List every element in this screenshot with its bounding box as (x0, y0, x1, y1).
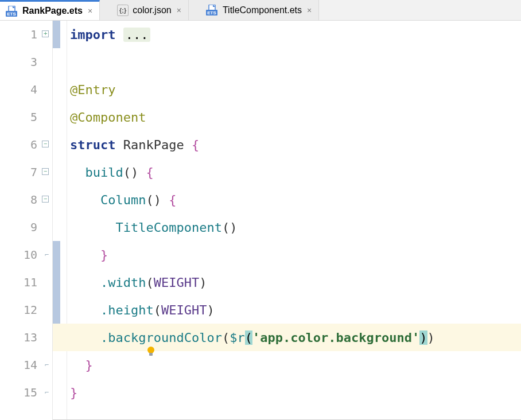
fold-end-icon[interactable]: ⌐ (45, 361, 49, 368)
line-number: 9 (30, 220, 37, 234)
code-area[interactable]: import ... @Entry @Component struct Rank… (53, 21, 521, 420)
brace-close: } (70, 386, 77, 400)
code-line[interactable]: } (53, 351, 521, 379)
fold-collapse-icon[interactable]: − (42, 196, 49, 204)
brace-open: { (146, 165, 153, 180)
tab-label: RankPage.ets (22, 6, 83, 16)
string-close: ' (412, 330, 419, 345)
gutter-row[interactable]: 5 (0, 103, 52, 131)
decorator-entry: @Entry (70, 83, 115, 97)
fold-collapse-icon[interactable]: − (42, 168, 49, 176)
code-line[interactable]: import ... (53, 21, 521, 48)
gutter-row[interactable]: 4 (0, 76, 52, 103)
line-number: 7 (30, 165, 37, 179)
line-number: 1 (30, 28, 37, 41)
code-line[interactable]: struct RankPage { (53, 131, 521, 158)
fold-end-icon[interactable]: ⌐ (45, 389, 49, 396)
brace-close: } (100, 248, 108, 262)
tab-bar: ETS RankPage.ets × {;} color.json × ETS … (0, 0, 521, 21)
line-number: 4 (30, 83, 37, 96)
line-number: 5 (30, 110, 37, 124)
tab-label: color.json (133, 5, 172, 15)
code-line[interactable]: } (53, 241, 521, 269)
code-line[interactable]: build() { (53, 158, 521, 186)
string-open: ' (252, 330, 260, 345)
gutter-row[interactable]: 1+ (0, 21, 52, 48)
folded-region[interactable]: ... (123, 28, 151, 42)
const-weight: WEIGHT (161, 303, 207, 317)
ets-icon: ETS (206, 5, 219, 15)
fold-expand-icon[interactable]: + (42, 30, 49, 38)
code-line-current[interactable]: .backgroundColor($r('app.color.backgroun… (53, 324, 521, 351)
editor: 1+ 3 4 5 6− 7− 8− 9 10⌐ 11 12 13 14⌐ 15⌐… (0, 21, 521, 420)
code-line[interactable] (53, 48, 521, 76)
code-line[interactable]: Column() { (53, 186, 521, 213)
code-line[interactable]: @Entry (53, 76, 521, 103)
method-build: build (85, 165, 123, 180)
gutter-row[interactable]: 15⌐ (0, 379, 52, 406)
fold-end-icon[interactable]: ⌐ (45, 251, 49, 258)
tab-rankpage[interactable]: ETS RankPage.ets × (0, 0, 100, 20)
chain-backgroundcolor: .backgroundColor (100, 330, 222, 345)
paren-match: ( (245, 330, 252, 345)
close-icon[interactable]: × (176, 6, 182, 15)
gutter-row[interactable]: 12 (0, 296, 52, 324)
line-number: 13 (24, 330, 37, 344)
code-line[interactable]: @Component (53, 103, 521, 131)
fold-collapse-icon[interactable]: − (42, 141, 49, 149)
json-icon: {;} (117, 5, 129, 16)
paren-close: ) (427, 330, 435, 345)
lightbulb-icon[interactable] (85, 332, 96, 343)
ets-icon: ETS (6, 6, 18, 17)
code-line[interactable]: TitleComponent() (53, 213, 521, 241)
keyword-struct: struct (70, 138, 115, 152)
line-number: 14 (24, 358, 37, 372)
parens: () (222, 220, 238, 235)
decorator-component: @Component (70, 110, 146, 125)
chain-height: .height (100, 303, 154, 317)
gutter-row[interactable]: 14⌐ (0, 351, 52, 379)
svg-text:ETS: ETS (207, 10, 216, 15)
close-icon[interactable]: × (87, 6, 94, 15)
const-weight: WEIGHT (154, 275, 199, 290)
line-number: 12 (24, 303, 37, 317)
line-number: 3 (30, 55, 37, 69)
string-body: app.color.background (260, 330, 412, 345)
struct-name: RankPage (123, 138, 184, 152)
gutter-row[interactable]: 13 (0, 324, 52, 351)
gutter-row[interactable]: 7− (0, 158, 52, 186)
tab-titlecomponent[interactable]: ETS TitleComponent.ets × (189, 0, 319, 20)
line-number: 15 (24, 386, 37, 399)
svg-text:ETS: ETS (7, 11, 16, 17)
fn-dollar-r: $r (230, 330, 245, 345)
chain-width: .width (100, 275, 146, 290)
tab-label: TitleComponent.ets (223, 5, 302, 15)
code-line[interactable]: } (53, 379, 521, 406)
keyword-import: import (70, 28, 115, 42)
gutter-row[interactable]: 8− (0, 186, 52, 213)
close-icon[interactable]: × (306, 6, 313, 15)
gutter-row[interactable]: 3 (0, 48, 52, 76)
brace-open: { (169, 193, 176, 207)
paren-match: ) (419, 330, 427, 345)
parens: () (146, 193, 161, 207)
brace-open: { (192, 138, 199, 152)
line-number: 10 (24, 248, 37, 262)
gutter-row[interactable]: 10⌐ (0, 241, 52, 269)
gutter-row[interactable]: 9 (0, 213, 52, 241)
tab-colorjson[interactable]: {;} color.json × (100, 0, 189, 20)
code-line[interactable]: .height(WEIGHT) (53, 296, 521, 324)
line-number: 8 (30, 193, 37, 207)
parens: () (123, 165, 139, 180)
gutter-row[interactable]: 11 (0, 269, 52, 296)
code-line[interactable]: .width(WEIGHT) (53, 269, 521, 296)
gutter-row[interactable]: 6− (0, 131, 52, 158)
brace-close: } (85, 358, 93, 372)
gutter: 1+ 3 4 5 6− 7− 8− 9 10⌐ 11 12 13 14⌐ 15⌐ (0, 21, 53, 420)
line-number: 11 (24, 275, 37, 289)
call-titlecomponent: TitleComponent (115, 220, 221, 235)
call-column: Column (100, 193, 146, 207)
line-number: 6 (30, 138, 37, 151)
